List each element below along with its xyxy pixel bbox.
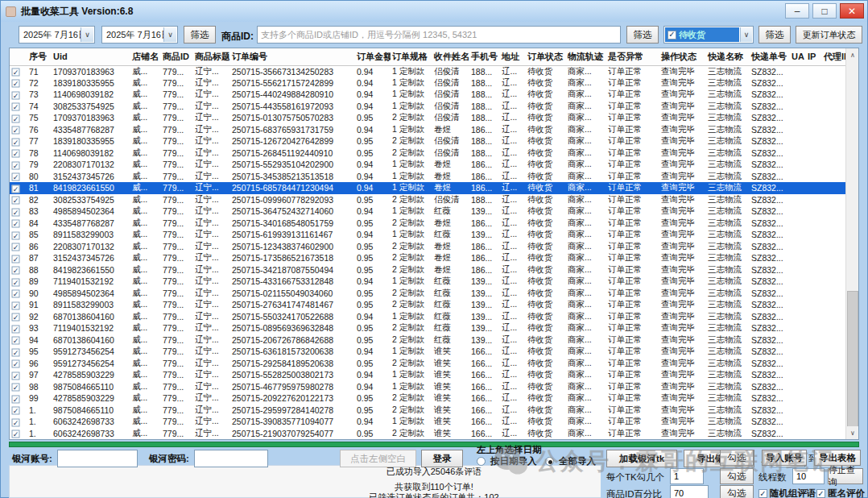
row-checkbox-checked[interactable]: ✓ [12, 430, 20, 438]
table-row[interactable]: ✓989875084665110威...779...辽宁...250715-46… [10, 381, 846, 393]
update-order-status-button[interactable]: 更新订单状态 [796, 26, 862, 44]
row-checkbox-checked[interactable]: ✓ [12, 278, 20, 286]
anonymous-review-checkbox[interactable]: ✓ 匿名评价 [816, 488, 865, 498]
row-checkbox-checked[interactable]: ✓ [12, 197, 20, 205]
table-row[interactable]: ✓897119401532192威...779...辽宁...250715-43… [10, 276, 846, 288]
import-account-button[interactable]: 导入账号 [762, 450, 807, 466]
table-row[interactable]: ✓946870138604160威...779...辽宁...250715-20… [10, 334, 846, 347]
table-row[interactable]: ✓823082533754925威...779...辽宁...250715-09… [10, 194, 846, 206]
column-header[interactable]: Uid [52, 48, 130, 65]
table-row[interactable]: ✓969591273456254威...779...辽宁...250715-29… [10, 358, 846, 370]
load-galaxy-tk-button[interactable]: 加载银河tk [606, 450, 677, 467]
row-checkbox-checked[interactable]: ✓ [12, 337, 20, 345]
table-row[interactable]: ✓721839180335955威...779...辽宁...250715-55… [10, 77, 846, 89]
minimize-button[interactable]: – [785, 3, 809, 19]
row-checkbox-checked[interactable]: ✓ [12, 103, 20, 111]
per-tk-input[interactable] [670, 468, 704, 484]
column-header[interactable]: 序号 [27, 48, 52, 65]
threads-input[interactable] [792, 468, 825, 484]
column-header[interactable]: 商品ID [161, 48, 193, 65]
table-row[interactable]: ✓1.6063242698733威...779...辽宁...250715-21… [10, 428, 846, 440]
column-header[interactable]: IP [806, 48, 822, 65]
table-row[interactable]: ✓862208307170132威...779...辽宁...250715-12… [10, 241, 846, 253]
table-row[interactable]: ✓888419823661550威...779...辽宁...250715-34… [10, 264, 846, 276]
row-checkbox-checked[interactable]: ✓ [12, 313, 20, 322]
table-row[interactable]: ✓937119401532192威...779...辽宁...250715-08… [10, 322, 846, 334]
date-to-select[interactable]: 2025年 7月16日 ∨ [101, 26, 178, 44]
row-checkbox-checked[interactable]: ✓ [12, 91, 20, 99]
table-row[interactable]: ✓926870138604160威...779...辽宁...250715-55… [10, 311, 846, 323]
column-header[interactable]: 快递名称 [706, 48, 750, 65]
table-row[interactable]: ✓751709370183963威...779...辽宁...250715-01… [10, 112, 846, 124]
table-row[interactable]: ✓711709370183963威...779...辽宁...250715-35… [10, 65, 846, 77]
table-row[interactable]: ✓771839180335955威...779...辽宁...250715-12… [10, 135, 846, 147]
checkbox-column-header[interactable] [10, 48, 27, 65]
maximize-button[interactable]: □ [812, 3, 837, 19]
chevron-down-icon[interactable]: ∨ [740, 27, 752, 42]
table-row[interactable]: ✓918911583299003威...779...辽宁...250715-27… [10, 299, 846, 311]
column-header[interactable]: 订单状态 [526, 48, 566, 65]
row-checkbox-checked[interactable]: ✓ [12, 255, 20, 263]
column-header[interactable]: 商品标题 [193, 48, 230, 65]
row-checkbox-checked[interactable]: ✓ [12, 360, 20, 368]
table-row[interactable]: ✓858911583299003威...779...辽宁...250715-61… [10, 229, 846, 241]
column-header[interactable]: 手机号 [469, 48, 500, 65]
row-checkbox-checked[interactable]: ✓ [12, 243, 20, 251]
table-row[interactable]: ✓731140698039182威...779...辽宁...250715-44… [10, 89, 846, 101]
row-checkbox-checked[interactable]: ✓ [12, 161, 20, 169]
column-header[interactable]: 操作状态 [659, 48, 706, 65]
row-checkbox-checked[interactable]: ✓ [12, 231, 20, 239]
row-checkbox-checked[interactable]: ✓ [12, 325, 20, 333]
radio-by-date[interactable]: 按日期导入 [477, 455, 537, 467]
row-checkbox-checked[interactable]: ✓ [12, 185, 20, 193]
filter-button-dates[interactable]: 筛选 [184, 26, 216, 44]
filter-button-product[interactable]: 筛选 [626, 26, 659, 44]
column-header[interactable]: 物流轨迹 [566, 48, 606, 65]
table-row[interactable]: ✓834985894502364威...779...辽宁...250715-36… [10, 205, 846, 218]
row-checkbox-checked[interactable]: ✓ [12, 80, 20, 88]
check-select-button-2[interactable]: 勾选 [720, 468, 754, 484]
row-checkbox-checked[interactable]: ✓ [12, 407, 20, 415]
random-comment-checkbox[interactable]: ✓ 随机组评语 [758, 488, 816, 498]
stop-query-button[interactable]: 停止查询 [828, 468, 863, 484]
row-checkbox-checked[interactable]: ✓ [12, 208, 20, 216]
table-row[interactable]: ✓844335487768287威...779...辽宁...250715-34… [10, 218, 846, 230]
date-from-select[interactable]: 2025年 7月16日 ∨ [19, 26, 95, 44]
table-row[interactable]: ✓904985894502364威...779...辽宁...250715-02… [10, 288, 846, 300]
column-header[interactable]: 是否异常 [606, 48, 659, 65]
column-header[interactable]: 快递单号 [750, 48, 790, 65]
row-checkbox-checked[interactable]: ✓ [12, 267, 20, 275]
row-checkbox-checked[interactable]: ✓ [12, 384, 20, 392]
table-row[interactable]: ✓994278585903229威...779...辽宁...250715-20… [10, 392, 846, 405]
row-checkbox-checked[interactable]: ✓ [12, 418, 20, 426]
table-row[interactable]: ✓959591273456254威...779...辽宁...250715-63… [10, 346, 846, 358]
login-button[interactable]: 登录 [421, 450, 463, 467]
column-header[interactable]: 订单编号 [230, 48, 355, 65]
column-header[interactable]: 地址 [500, 48, 526, 65]
radio-import-all[interactable]: 全部导入 [545, 455, 596, 467]
row-checkbox-checked[interactable]: ✓ [12, 138, 20, 146]
chevron-down-icon[interactable]: ∨ [163, 27, 176, 42]
vertical-scrollbar[interactable]: ∧ ∨ [845, 48, 858, 439]
row-checkbox-checked[interactable]: ✓ [12, 150, 20, 158]
row-checkbox-checked[interactable]: ✓ [12, 290, 20, 298]
scroll-up-icon[interactable]: ∧ [846, 48, 859, 61]
column-header[interactable]: UA [790, 48, 806, 65]
scrollbar-thumb[interactable] [847, 291, 858, 428]
row-checkbox-checked[interactable]: ✓ [12, 127, 20, 135]
table-row[interactable]: ✓974278585903229威...779...辽宁...250715-55… [10, 369, 846, 381]
column-header[interactable]: 订单规格 [391, 48, 432, 65]
check-select-button-3[interactable]: 勾选 [720, 485, 754, 498]
row-checkbox-checked[interactable]: ✓ [12, 301, 20, 309]
table-row[interactable]: ✓743082533754925威...779...辽宁...250715-44… [10, 101, 846, 113]
row-checkbox-checked[interactable]: ✓ [12, 220, 20, 228]
table-row[interactable]: ✓781140698039182威...779...辽宁...250715-26… [10, 147, 846, 160]
order-status-select[interactable]: ✓ 待收货 ∨ [663, 26, 754, 44]
column-header[interactable]: 收件姓名 [432, 48, 469, 65]
row-checkbox-checked[interactable]: ✓ [12, 68, 20, 76]
table-row[interactable]: ✓1.6063242698733威...779...辽宁...250715-39… [10, 416, 846, 428]
row-checkbox-checked[interactable]: ✓ [12, 348, 20, 356]
chevron-down-icon[interactable]: ∨ [81, 27, 93, 42]
table-row[interactable]: ✓764335487768287威...779...辽宁...250715-68… [10, 124, 846, 136]
row-checkbox-checked[interactable]: ✓ [12, 395, 20, 403]
